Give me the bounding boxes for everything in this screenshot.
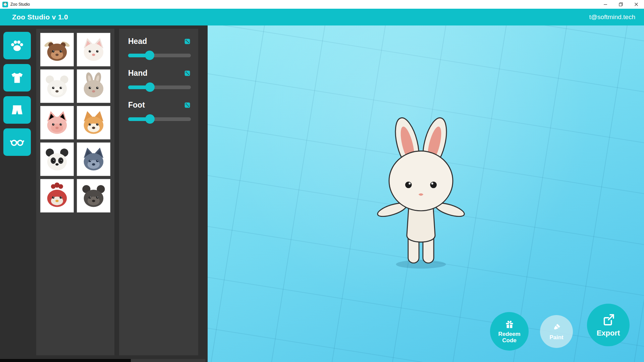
slider-group-hand: Hand xyxy=(128,69,191,92)
titlebar-left: Zoo Studio xyxy=(0,2,30,7)
brush-icon xyxy=(551,322,561,333)
wolf-icon xyxy=(79,145,108,174)
tool-animals-button[interactable] xyxy=(3,32,31,59)
redeem-code-label: Redeem Code xyxy=(496,331,523,344)
restore-icon xyxy=(619,2,623,6)
tool-shirt-button[interactable] xyxy=(3,64,31,92)
restore-button[interactable] xyxy=(613,0,629,9)
tool-rail xyxy=(3,32,31,156)
tool-glasses-button[interactable] xyxy=(3,128,31,156)
paint-label: Paint xyxy=(549,334,564,341)
titlebar: Zoo Studio xyxy=(0,0,644,9)
tool-pants-button[interactable] xyxy=(3,96,31,124)
app-header: Zoo Studio v 1.0 t@softmind.tech xyxy=(0,9,644,25)
randomize-icon[interactable] xyxy=(184,38,191,45)
app-icon xyxy=(2,2,8,7)
rooster-icon xyxy=(43,181,71,210)
slider-group-head: Head xyxy=(128,37,191,60)
left-pane: Head xyxy=(0,25,208,362)
animal-item-gorilla[interactable] xyxy=(77,179,110,213)
animal-item-cat[interactable] xyxy=(77,33,110,66)
paint-button[interactable]: Paint xyxy=(540,315,573,348)
app-title: Zoo Studio v 1.0 xyxy=(12,13,68,21)
randomize-icon[interactable] xyxy=(184,70,191,77)
window-title: Zoo Studio xyxy=(10,2,30,7)
viewport-actions: Redeem Code Paint xyxy=(490,304,630,351)
polar-bear-icon xyxy=(43,72,71,101)
bull-icon xyxy=(43,35,71,64)
slider-group-foot: Foot xyxy=(128,101,191,124)
gift-icon xyxy=(504,319,515,329)
pants-icon xyxy=(10,103,24,117)
animal-item-bull[interactable] xyxy=(40,33,74,66)
panda-icon xyxy=(43,145,71,174)
hand-slider-label: Hand xyxy=(128,69,148,78)
glasses-icon xyxy=(9,134,25,150)
scrollbar-thumb[interactable] xyxy=(0,359,131,362)
animal-item-rabbit[interactable] xyxy=(77,69,110,103)
animal-item-pig[interactable] xyxy=(40,106,74,139)
character-rabbit[interactable] xyxy=(371,112,471,273)
export-label: Export xyxy=(597,329,620,338)
foot-slider[interactable] xyxy=(128,114,191,124)
head-slider[interactable] xyxy=(128,51,191,60)
randomize-icon[interactable] xyxy=(184,102,191,109)
head-slider-label: Head xyxy=(128,37,147,46)
export-icon xyxy=(601,313,615,327)
account-label: t@softmind.tech xyxy=(589,13,635,21)
animal-item-wolf[interactable] xyxy=(77,142,110,176)
shirt-icon xyxy=(10,70,24,85)
content: Head xyxy=(0,25,644,362)
hand-slider[interactable] xyxy=(128,82,191,92)
window-controls xyxy=(598,0,644,9)
redeem-code-button[interactable]: Redeem Code xyxy=(490,312,529,351)
gorilla-icon xyxy=(79,181,108,210)
slider-thumb[interactable] xyxy=(145,114,155,124)
shiba-icon xyxy=(79,108,108,137)
paw-icon xyxy=(10,38,24,53)
cat-icon xyxy=(79,35,108,64)
animal-item-rooster[interactable] xyxy=(40,179,74,213)
animal-item-shiba[interactable] xyxy=(77,106,110,139)
minimize-icon xyxy=(603,2,607,6)
app-window: Zoo Studio Zoo Studi xyxy=(0,0,644,362)
animal-item-panda[interactable] xyxy=(40,142,74,176)
horizontal-scrollbar[interactable] xyxy=(0,359,205,362)
animal-item-polar-bear[interactable] xyxy=(40,69,74,103)
rabbit-icon xyxy=(79,72,108,101)
slider-thumb[interactable] xyxy=(145,51,154,60)
pig-icon xyxy=(43,108,71,137)
viewport[interactable]: Redeem Code Paint xyxy=(208,25,644,362)
slider-thumb[interactable] xyxy=(145,82,155,92)
close-button[interactable] xyxy=(629,0,644,9)
foot-slider-label: Foot xyxy=(128,101,145,110)
close-icon xyxy=(634,2,638,6)
slider-panel: Head xyxy=(119,29,198,355)
rabbit-model-icon xyxy=(371,112,471,273)
minimize-button[interactable] xyxy=(598,0,613,9)
export-button[interactable]: Export xyxy=(587,304,630,346)
animal-picker-panel xyxy=(36,29,114,355)
